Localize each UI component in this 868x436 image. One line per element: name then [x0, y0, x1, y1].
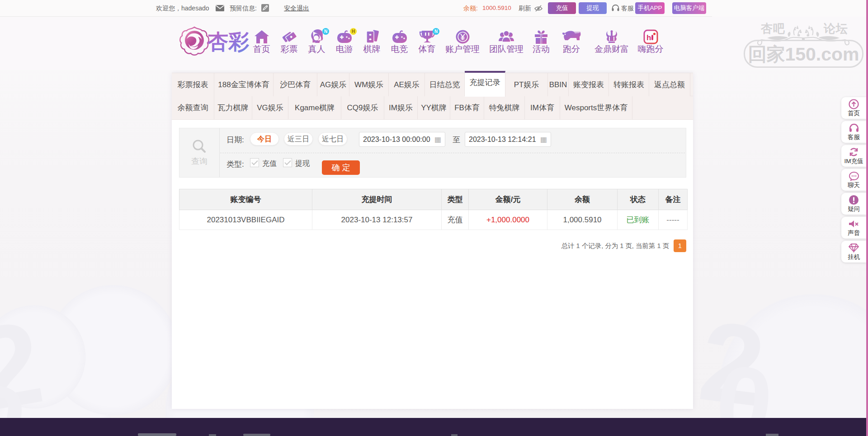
svg-text:h: h: [646, 33, 651, 42]
svg-text:杏彩: 杏彩: [207, 30, 249, 53]
